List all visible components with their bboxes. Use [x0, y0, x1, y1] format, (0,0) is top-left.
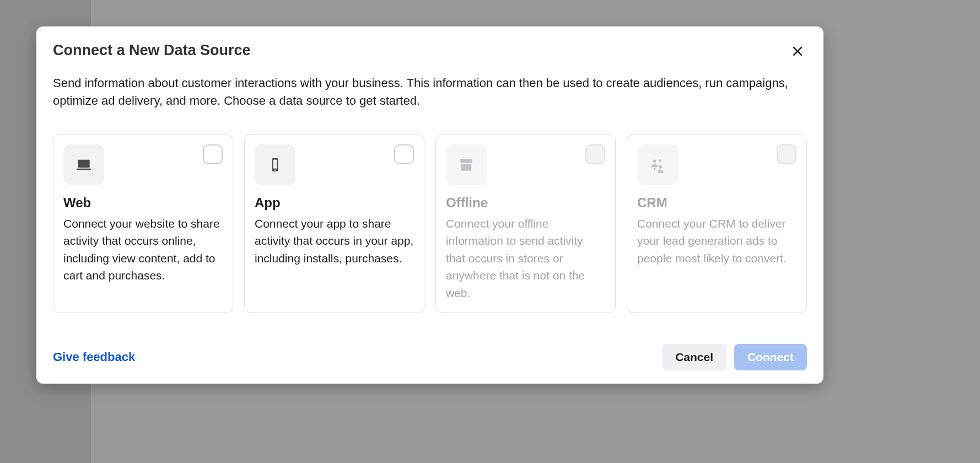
card-text: Connect your offline information to send… — [446, 215, 605, 302]
card-app[interactable]: App Connect your app to share activity t… — [244, 134, 424, 314]
card-icon-tile — [63, 144, 104, 185]
cancel-button[interactable]: Cancel — [662, 344, 726, 370]
svg-rect-7 — [461, 164, 472, 170]
card-text: Connect your website to share activity t… — [63, 215, 223, 284]
svg-point-6 — [274, 169, 276, 170]
close-button[interactable] — [788, 42, 807, 62]
modal-title: Connect a New Data Source — [53, 42, 251, 59]
connect-button[interactable]: Connect — [734, 344, 807, 370]
card-radio-app[interactable] — [394, 144, 414, 164]
modal-footer: Give feedback Cancel Connect — [53, 344, 807, 370]
footer-actions: Cancel Connect — [662, 344, 807, 370]
svg-point-9 — [659, 165, 662, 169]
laptop-icon — [75, 156, 93, 174]
card-icon-tile — [255, 144, 295, 185]
mobile-icon — [266, 156, 284, 174]
card-title: Web — [63, 195, 223, 211]
card-radio-web[interactable] — [203, 144, 223, 164]
modal-header: Connect a New Data Source — [53, 42, 807, 62]
card-web[interactable]: Web Connect your website to share activi… — [53, 134, 233, 314]
store-icon — [457, 156, 475, 174]
card-text: Connect your CRM to deliver your lead ge… — [637, 215, 796, 267]
svg-rect-5 — [273, 159, 277, 168]
card-radio-crm — [777, 144, 796, 164]
card-text: Connect your app to share activity that … — [255, 215, 414, 267]
card-icon-tile — [446, 144, 487, 185]
svg-rect-3 — [77, 168, 91, 170]
data-source-cards: Web Connect your website to share activi… — [53, 134, 807, 314]
card-icon-tile — [637, 144, 678, 185]
card-radio-offline — [585, 144, 605, 164]
card-offline: Offline Connect your offline information… — [435, 134, 616, 314]
feedback-link[interactable]: Give feedback — [53, 350, 135, 364]
connect-data-source-modal: Connect a New Data Source Send informati… — [36, 26, 823, 384]
svg-rect-2 — [78, 159, 89, 168]
card-crm: CRM Connect your CRM to deliver your lea… — [627, 134, 807, 314]
card-title: CRM — [637, 195, 796, 211]
close-icon — [790, 44, 805, 58]
card-title: Offline — [446, 195, 605, 211]
modal-description: Send information about customer interact… — [53, 74, 797, 110]
crm-icon — [649, 156, 666, 174]
card-title: App — [255, 195, 414, 211]
svg-point-8 — [653, 159, 656, 163]
